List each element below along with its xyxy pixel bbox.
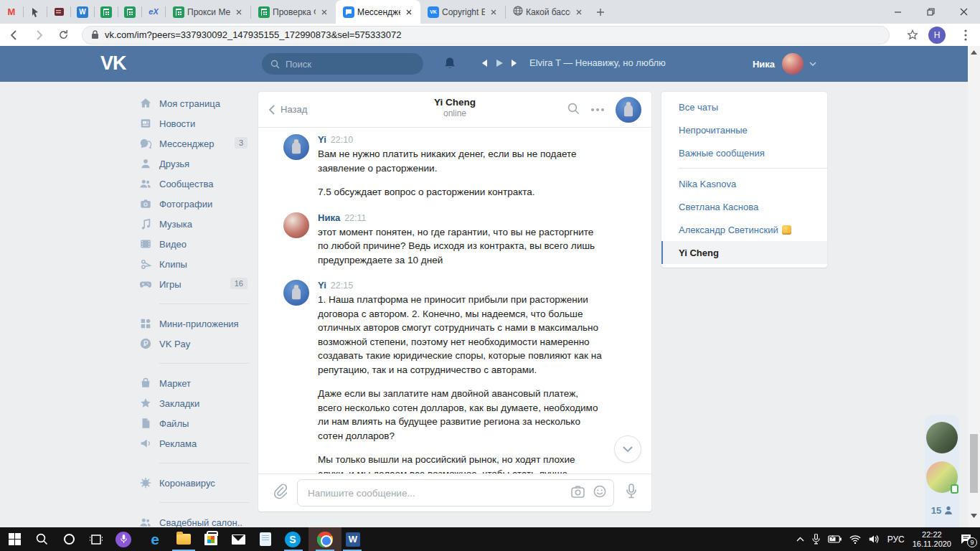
- action-center-button[interactable]: 9: [960, 534, 972, 545]
- task-view-button[interactable]: [82, 527, 110, 551]
- emoji-icon[interactable]: [593, 485, 606, 501]
- avatar[interactable]: [283, 212, 309, 238]
- message-field[interactable]: [297, 479, 614, 507]
- sidebar-item-vk-pay[interactable]: VK Pay: [138, 334, 249, 354]
- vk-user-menu[interactable]: Ника: [753, 53, 816, 75]
- microsoft-store-button[interactable]: [197, 527, 225, 551]
- close-tab-icon[interactable]: [233, 6, 245, 18]
- close-tab-icon[interactable]: [403, 6, 415, 18]
- close-tab-icon[interactable]: [488, 6, 499, 18]
- voice-recorder-button[interactable]: [109, 527, 138, 551]
- close-tab-icon[interactable]: [319, 6, 330, 18]
- scrollbar-up-arrow[interactable]: [971, 50, 977, 55]
- pinned-tab-word-online[interactable]: W: [71, 0, 94, 24]
- skype-button[interactable]: S: [278, 527, 307, 551]
- tab-proksi-megafon[interactable]: Прокси Мегафон - З: [166, 0, 250, 24]
- sidebar-item-games[interactable]: Игры16: [138, 274, 249, 294]
- next-track-icon[interactable]: [511, 59, 519, 67]
- refresh-button[interactable]: [53, 25, 73, 45]
- volume-icon[interactable]: [869, 534, 880, 544]
- close-window-button[interactable]: [947, 0, 980, 24]
- voice-message-icon[interactable]: [626, 484, 637, 502]
- wifi-icon[interactable]: [849, 535, 861, 544]
- restore-button[interactable]: [914, 0, 947, 24]
- message-input[interactable]: [308, 488, 562, 499]
- vk-logo[interactable]: VK: [100, 52, 126, 75]
- chat-avatar[interactable]: [616, 97, 641, 123]
- sidebar-item-messenger[interactable]: Мессенджер3: [138, 133, 249, 154]
- tab-messenger-active[interactable]: Мессенджер: [336, 0, 420, 24]
- vk-search-input[interactable]: [286, 59, 400, 70]
- minimize-button[interactable]: [881, 0, 914, 24]
- bookmark-star-icon[interactable]: [903, 25, 923, 45]
- back-button[interactable]: [4, 25, 24, 45]
- start-button[interactable]: [0, 527, 29, 551]
- word-button[interactable]: W: [339, 527, 367, 551]
- back-button[interactable]: Назад: [268, 104, 307, 115]
- browser-menu-icon[interactable]: [956, 25, 976, 45]
- chat-item-svetlana-kasnova[interactable]: Светлана Каснова: [661, 195, 827, 218]
- close-tab-icon[interactable]: [573, 6, 585, 18]
- pinned-tab-gmail[interactable]: M: [0, 0, 23, 24]
- sidebar-item-friends[interactable]: Друзья: [138, 154, 249, 174]
- taskbar-search-button[interactable]: [27, 527, 56, 551]
- language-indicator[interactable]: РУС: [887, 534, 905, 545]
- sidebar-item-market[interactable]: Маркет: [138, 373, 249, 393]
- sidebar-item-ads[interactable]: Реклама: [138, 433, 249, 453]
- scrollbar-down-arrow[interactable]: [971, 514, 977, 518]
- filter-unread[interactable]: Непрочитанные: [661, 118, 827, 141]
- notifications-bell-icon[interactable]: [443, 57, 456, 73]
- cortana-button[interactable]: [55, 527, 83, 551]
- chat-item-nika-kasnova[interactable]: Nika Kasnova: [661, 172, 827, 195]
- vk-search[interactable]: [262, 53, 423, 75]
- message-author[interactable]: Yi: [318, 134, 326, 145]
- pinned-tab-pointer[interactable]: [24, 0, 47, 24]
- search-icon[interactable]: [567, 103, 580, 118]
- mail-button[interactable]: [224, 527, 253, 551]
- pinned-tab-sheets-2[interactable]: [118, 0, 141, 24]
- battery-icon[interactable]: [828, 535, 842, 543]
- taskbar-clock[interactable]: 22:22 16.11.2020: [913, 530, 951, 549]
- message-author[interactable]: Yi: [318, 280, 326, 291]
- sidebar-item-my-page[interactable]: Моя страница: [138, 93, 249, 113]
- tab-basseyn[interactable]: Какой бассейн выб: [506, 0, 590, 24]
- sidebar-item-photos[interactable]: Фотографии: [138, 194, 249, 214]
- scroll-to-bottom-button[interactable]: [614, 435, 641, 463]
- address-bar[interactable]: vk.com/im?peers=337930092_147935155_1729…: [82, 26, 890, 44]
- play-icon[interactable]: [495, 59, 504, 67]
- tab-copyright-exclusive[interactable]: VK Copyright Exclusive: [420, 0, 505, 24]
- sidebar-item-clips[interactable]: Клипы: [138, 254, 249, 274]
- message-author[interactable]: Ника: [318, 212, 340, 223]
- forward-button[interactable]: [29, 25, 49, 45]
- sidebar-item-mini-apps[interactable]: Мини-приложения: [138, 314, 249, 334]
- avatar[interactable]: [283, 134, 309, 160]
- friend-avatar[interactable]: [926, 461, 958, 493]
- sidebar-item-communities[interactable]: Сообщества: [138, 174, 249, 194]
- friends-online-count[interactable]: 15: [931, 505, 953, 516]
- sidebar-item-news[interactable]: Новости: [138, 113, 249, 133]
- attach-icon[interactable]: [273, 484, 287, 502]
- edge-button[interactable]: e: [141, 527, 169, 551]
- pinned-tab-sheets-1[interactable]: [95, 0, 118, 24]
- new-tab-button[interactable]: [590, 2, 611, 22]
- browser-profile-avatar[interactable]: H: [928, 27, 946, 44]
- filter-important[interactable]: Важные сообщения: [661, 141, 827, 164]
- chat-item-aleksandr-svetinskiy[interactable]: Александр Светинский: [661, 218, 827, 241]
- pinned-tab-ex[interactable]: eX: [142, 0, 165, 24]
- chrome-button[interactable]: [311, 527, 339, 551]
- photo-icon[interactable]: [571, 486, 585, 501]
- sidebar-item-bookmarks[interactable]: Закладки: [138, 393, 249, 413]
- sidebar-item-coronavirus[interactable]: Коронавирус: [138, 473, 249, 493]
- tab-proverka-fp[interactable]: Проверка ФП - Goo: [251, 0, 336, 24]
- tray-expand-icon[interactable]: [796, 537, 804, 542]
- file-explorer-button[interactable]: [169, 527, 198, 551]
- more-options-icon[interactable]: [591, 108, 604, 111]
- previous-track-icon[interactable]: [479, 59, 488, 67]
- filter-all-chats[interactable]: Все чаты: [661, 95, 827, 118]
- sidebar-item-video[interactable]: Видео: [138, 234, 249, 254]
- sidebar-item-music[interactable]: Музыка: [138, 214, 249, 234]
- notepad-button[interactable]: [251, 527, 280, 551]
- friend-avatar[interactable]: [926, 422, 958, 453]
- scrollbar-thumb[interactable]: [970, 434, 978, 493]
- tray-microphone-icon[interactable]: [812, 534, 820, 545]
